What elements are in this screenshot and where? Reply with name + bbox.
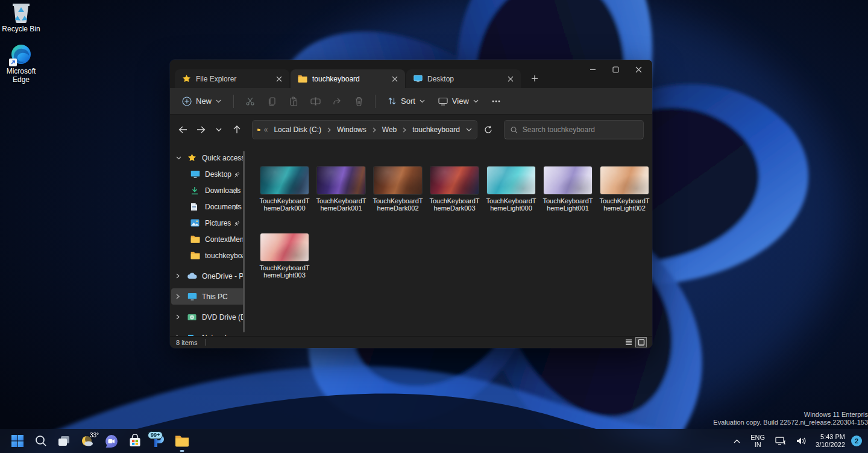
search-input[interactable] — [523, 125, 637, 134]
file-item[interactable]: TouchKeyboardThemeDark000 — [258, 166, 311, 212]
tab-desktop[interactable]: Desktop — [406, 69, 521, 88]
widgets-button[interactable]: 33° — [77, 430, 99, 452]
chevron-down-icon[interactable] — [176, 156, 183, 160]
paste-button[interactable] — [283, 92, 304, 111]
forward-button[interactable] — [193, 122, 209, 138]
address-dropdown-icon[interactable] — [466, 128, 472, 132]
file-name: TouchKeyboardThemeDark002 — [371, 197, 424, 212]
delete-button[interactable] — [348, 92, 369, 111]
sidebar-item-contextmenu-folder[interactable]: ContextMenuC — [171, 231, 245, 247]
breadcrumb-collapse[interactable]: « — [264, 125, 268, 134]
search-button[interactable] — [30, 430, 52, 452]
maximize-button[interactable] — [604, 62, 627, 77]
tab-close-icon[interactable] — [274, 74, 285, 84]
file-item[interactable]: TouchKeyboardThemeLight003 — [258, 233, 311, 279]
document-icon — [190, 203, 201, 211]
sidebar-item-pictures[interactable]: Pictures — [171, 215, 245, 231]
minimize-button[interactable] — [581, 62, 604, 77]
tab-close-icon[interactable] — [389, 74, 400, 84]
chat-button[interactable] — [100, 430, 122, 452]
view-toggles — [623, 338, 646, 347]
microsoft-store-button[interactable] — [124, 430, 146, 452]
hidden-icons-button[interactable] — [731, 431, 743, 451]
sidebar-item-this-pc[interactable]: This PC — [171, 288, 245, 305]
sidebar-item-desktop[interactable]: Desktop — [171, 166, 245, 182]
back-button[interactable] — [175, 122, 190, 138]
file-item[interactable]: TouchKeyboardThemeDark001 — [315, 166, 368, 212]
chevron-right-icon — [373, 127, 376, 133]
sidebar-item-onedrive[interactable]: OneDrive - Perso — [171, 268, 245, 284]
shortcut-arrow-icon — [9, 59, 17, 66]
taskbar: 33° 99+ — [0, 429, 868, 453]
file-item[interactable]: TouchKeyboardThemeLight001 — [541, 166, 594, 212]
start-button[interactable] — [6, 430, 28, 452]
sidebar-item-quick-access[interactable]: Quick access — [171, 150, 245, 166]
more-options-button[interactable] — [486, 92, 506, 111]
new-button[interactable]: New — [176, 92, 227, 110]
this-pc-icon — [187, 293, 198, 301]
language-indicator[interactable]: ENG IN — [747, 434, 769, 448]
rename-button[interactable] — [305, 92, 326, 111]
tab-close-icon[interactable] — [505, 74, 516, 84]
desktop-icon-recycle-bin[interactable]: Recycle Bin — [0, 1, 42, 33]
chevron-right-icon[interactable] — [176, 335, 183, 336]
task-view-button[interactable] — [53, 430, 75, 452]
sidebar-item-documents[interactable]: Documents — [171, 198, 245, 215]
tab-label: Desktop — [427, 75, 500, 83]
share-icon — [332, 97, 342, 106]
clock[interactable]: 5:43 PM 3/10/2022 — [813, 433, 848, 449]
file-name: TouchKeyboardThemeLight001 — [541, 197, 594, 212]
sort-arrows-icon — [388, 97, 397, 106]
p-app-button[interactable]: 99+ — [147, 430, 169, 452]
sidebar-item-label: ContextMenuC — [205, 235, 245, 244]
recent-locations-button[interactable] — [211, 122, 227, 138]
copy-button[interactable] — [262, 92, 282, 111]
file-item[interactable]: TouchKeyboardThemeLight002 — [598, 166, 651, 212]
chevron-right-icon[interactable] — [176, 314, 183, 320]
eval-watermark: Windows 11 Enterpris Evaluation copy. Bu… — [713, 411, 868, 426]
chevron-right-icon[interactable] — [176, 294, 183, 299]
volume-icon[interactable] — [793, 431, 810, 451]
sidebar-scrollbar[interactable] — [243, 151, 245, 332]
edge-icon — [10, 43, 32, 65]
details-view-button[interactable] — [623, 338, 634, 347]
address-bar[interactable]: « Local Disk (C:) Windows Web touchkeybo… — [252, 120, 477, 139]
picture-icon — [190, 219, 201, 227]
large-icons-view-button[interactable] — [636, 338, 646, 347]
view-button[interactable]: View — [432, 92, 485, 110]
breadcrumb-touchkeyboard[interactable]: touchkeyboard — [410, 124, 462, 136]
file-item[interactable]: TouchKeyboardThemeLight000 — [485, 166, 538, 212]
sort-button[interactable]: Sort — [382, 92, 431, 110]
new-tab-button[interactable] — [527, 71, 542, 86]
star-icon — [187, 153, 198, 162]
cut-button[interactable] — [240, 92, 260, 111]
file-explorer-button[interactable] — [171, 430, 193, 452]
file-item[interactable]: TouchKeyboardThemeDark002 — [371, 166, 424, 212]
tab-touchkeyboard[interactable]: touchkeyboard — [291, 69, 405, 88]
refresh-button[interactable] — [480, 121, 497, 138]
breadcrumb-web[interactable]: Web — [380, 124, 399, 136]
monitor-icon — [414, 75, 423, 83]
sidebar-item-touchkeyboard-folder[interactable]: touchkeyboard — [171, 247, 245, 264]
tab-strip: File Explorer touchkeyboard Desktop — [170, 60, 652, 88]
breadcrumb-local-disk[interactable]: Local Disk (C:) — [271, 124, 324, 136]
chevron-right-icon[interactable] — [176, 273, 183, 279]
share-button[interactable] — [327, 92, 347, 111]
network-icon[interactable] — [772, 431, 790, 451]
status-divider — [206, 339, 206, 346]
up-button[interactable] — [229, 122, 245, 138]
sidebar-item-dvd-drive[interactable]: DVD Drive (D:) C — [171, 309, 245, 325]
search-box[interactable] — [504, 120, 644, 139]
file-thumbnail — [317, 166, 365, 194]
tab-file-explorer[interactable]: File Explorer — [175, 69, 289, 88]
breadcrumb-windows[interactable]: Windows — [335, 124, 369, 136]
desktop-icon-microsoft-edge[interactable]: Microsoft Edge — [0, 43, 42, 84]
file-thumbnail — [374, 166, 422, 194]
sidebar-item-label: DVD Drive (D:) C — [202, 313, 245, 322]
sidebar-item-network[interactable]: Network — [171, 329, 245, 336]
close-button[interactable] — [627, 62, 650, 77]
sidebar-item-downloads[interactable]: Downloads — [171, 182, 245, 198]
time: 5:43 PM — [820, 433, 845, 441]
notification-count-badge[interactable]: 2 — [851, 436, 862, 446]
file-item[interactable]: TouchKeyboardThemeDark003 — [428, 166, 481, 212]
